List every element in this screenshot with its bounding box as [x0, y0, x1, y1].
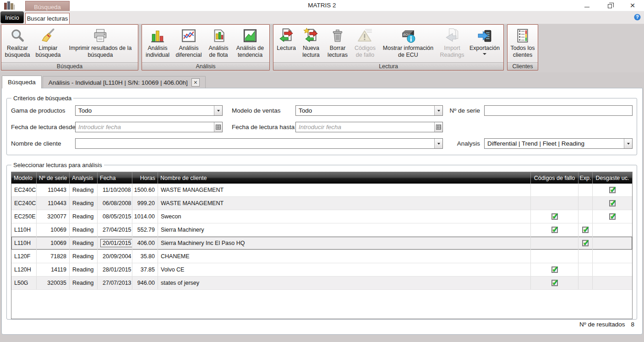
ribbon-group-caption: Análisis: [142, 62, 269, 70]
broom-icon: [40, 27, 56, 45]
calendar-icon[interactable]: [214, 122, 222, 132]
column-header-cliente[interactable]: Nombre de cliente: [158, 172, 531, 184]
nombre-cliente-input[interactable]: [76, 139, 434, 148]
close-tab-icon[interactable]: ×: [191, 78, 200, 87]
cell-exp: [579, 223, 593, 236]
cell-codigos-fallo: [531, 184, 579, 196]
doc-tab-label: Análisis - Individual [L110H | S/N: 1006…: [49, 79, 188, 86]
fecha-desde-input[interactable]: [76, 122, 214, 132]
tab-buscar-lecturas[interactable]: Buscar lecturas: [25, 13, 70, 24]
cell-serie: 10069: [37, 237, 70, 250]
ribbon-group-caption: Clientes: [508, 62, 538, 70]
column-header-exp[interactable]: Exp.: [579, 172, 593, 184]
ribbon-button-label: Códigos de fallo: [353, 45, 377, 59]
doc-tab-busqueda[interactable]: Búsqueda: [2, 76, 42, 88]
export-icon: [477, 27, 492, 45]
ecu-info-icon: ECU: [400, 27, 416, 45]
num-serie-field-wrap: [484, 105, 633, 116]
calendar-icon[interactable]: [434, 122, 442, 132]
restore-button[interactable]: [598, 0, 621, 11]
table-row[interactable]: EC240C 110443 Reading 11/10/2008 1500.60…: [11, 184, 632, 197]
analisis-individual-button[interactable]: Análisis individual: [143, 25, 172, 62]
table-row[interactable]: L110H 10069 Reading 27/04/2015 552.79 Si…: [11, 223, 632, 237]
analisis-de-tendencia-button[interactable]: Análisis de tendencia: [232, 25, 268, 62]
column-header-horas[interactable]: Horas: [132, 172, 158, 184]
table-row[interactable]: L120H 14119 Reading 28/01/2015 37.85 Vol…: [11, 263, 632, 277]
cell-serie: 320035: [37, 277, 70, 289]
ribbon-button-label: Borrar lecturas: [325, 45, 350, 59]
tab-inicio[interactable]: Inicio: [0, 11, 24, 23]
cell-desgaste: [593, 184, 632, 196]
import-readings-button: Import Readings: [437, 25, 467, 62]
window-controls: ×: [575, 0, 644, 11]
column-header-fecha[interactable]: Fecha: [98, 172, 132, 184]
column-header-modelo[interactable]: Modelo: [11, 172, 37, 184]
table-row[interactable]: L110H 10069 Reading 20/01/2015 406.00 Si…: [11, 237, 632, 250]
table-row[interactable]: EC240C 110443 Reading 06/08/2008 999.20 …: [11, 197, 632, 210]
table-row[interactable]: EC250E 320077 Reading 08/05/2015 1014.00…: [11, 210, 632, 223]
results-count: Nº de resultados 8: [579, 321, 634, 328]
check-icon: [609, 200, 616, 206]
limpiar-busqueda-button[interactable]: Limpiar búsqueda: [33, 25, 64, 62]
doc-tab-analisis-individual[interactable]: Análisis - Individual [L110H | S/N: 1006…: [43, 76, 206, 88]
check-icon: [609, 187, 616, 193]
cell-fecha: 06/08/2008: [98, 197, 132, 210]
check-icon: [609, 213, 616, 220]
todos-los-clientes-button[interactable]: Todos los clientes: [508, 25, 537, 62]
cell-horas: 406.00: [132, 237, 158, 250]
table-row[interactable]: L120F 71828 Reading 20/09/2004 35.80 CHA…: [11, 250, 632, 263]
cell-codigos-fallo: [531, 263, 579, 276]
analysis-select[interactable]: Differential | Trend | Fleet | Reading: [484, 138, 633, 149]
cell-codigos-fallo: [531, 197, 579, 210]
lectura-button[interactable]: Lectura: [274, 25, 298, 62]
column-header-serie[interactable]: Nº de serie: [37, 172, 70, 184]
analisis-de-flota-button[interactable]: Análisis de flota: [205, 25, 232, 62]
cell-cliente: WASTE MANAGEMENT: [158, 197, 531, 210]
column-header-analysis[interactable]: Analysis: [70, 172, 98, 184]
exportacion-button[interactable]: Exportación: [467, 25, 502, 62]
search-page-panel: Criterios de búsqueda Gama de productos …: [1, 88, 643, 335]
nueva-lectura-button[interactable]: Nueva lectura: [298, 25, 324, 62]
chevron-down-icon[interactable]: [214, 106, 222, 115]
cell-desgaste: [593, 197, 632, 210]
help-icon[interactable]: ?: [634, 14, 641, 21]
column-header-desgaste[interactable]: Desgaste uc.: [593, 172, 632, 184]
fecha-hasta-field-wrap: [295, 122, 443, 132]
modelo-ventas-select[interactable]: Todo: [295, 105, 443, 116]
mostrar-informacion-ecu-button[interactable]: ECU Mostrar información de ECU: [379, 25, 437, 62]
modelo-ventas-label: Modelo de ventas: [232, 107, 295, 114]
chevron-down-icon[interactable]: [434, 106, 442, 115]
cell-desgaste: [593, 223, 632, 236]
fecha-hasta-input[interactable]: [296, 122, 434, 132]
borrar-lecturas-button[interactable]: Borrar lecturas: [324, 25, 351, 62]
cell-exp: [579, 277, 593, 289]
column-header-codigos-fallo[interactable]: Códigos de fallo: [531, 172, 579, 184]
cell-fecha: 28/01/2015: [98, 263, 132, 276]
check-icon: [582, 227, 589, 233]
analisis-diferencial-button[interactable]: Análisis diferencial: [172, 25, 205, 62]
gama-select[interactable]: Todo: [75, 105, 223, 116]
cell-horas: 946.00: [132, 277, 158, 289]
chevron-down-icon: [483, 53, 486, 55]
cell-horas: 1500.60: [132, 184, 158, 196]
cell-serie: 110443: [37, 184, 70, 196]
fault-codes-icon: [357, 27, 373, 45]
cell-analysis: Reading: [70, 237, 98, 250]
minimize-button[interactable]: [575, 0, 598, 11]
cell-analysis: Reading: [70, 263, 98, 276]
chevron-down-icon[interactable]: [624, 139, 632, 148]
cell-modelo: EC250E: [11, 210, 37, 223]
nombre-cliente-select[interactable]: [75, 138, 443, 149]
chevron-down-icon[interactable]: [434, 139, 442, 148]
results-table-header: Modelo Nº de serie Analysis Fecha Horas …: [11, 172, 632, 184]
realizar-busqueda-button[interactable]: Realizar búsqueda: [2, 25, 33, 62]
ribbon-button-label: Mostrar información de ECU: [380, 45, 436, 59]
imprimir-resultados-button[interactable]: Imprimir resultados de la búsqueda: [64, 25, 137, 62]
reading-icon: [278, 27, 294, 45]
close-button[interactable]: ×: [621, 0, 644, 11]
table-row[interactable]: L50G 320035 Reading 27/07/2013 946.00 st…: [11, 277, 632, 290]
cell-fecha: 20/01/2015: [98, 237, 132, 250]
cell-fecha: 11/10/2008: [98, 184, 132, 196]
cell-codigos-fallo: [531, 250, 579, 263]
num-serie-input[interactable]: [485, 106, 632, 115]
